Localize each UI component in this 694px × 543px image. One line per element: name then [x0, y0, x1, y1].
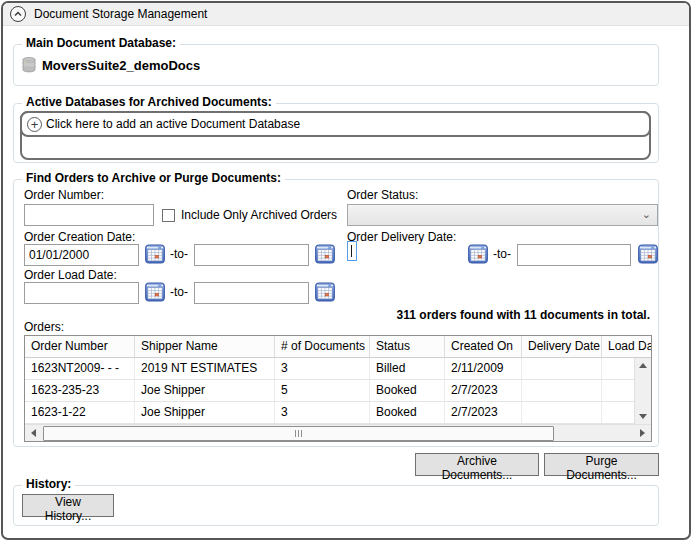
horizontal-scroll-track[interactable] — [42, 425, 634, 441]
active-databases-list: + Click here to add an active Document D… — [20, 111, 651, 160]
creation-date-label: Order Creation Date: — [24, 230, 135, 244]
chevron-down-icon: ⌄ — [642, 208, 651, 221]
archive-documents-button[interactable]: Archive Documents... — [415, 453, 539, 476]
creation-from-calendar-button[interactable] — [144, 244, 166, 266]
creation-date-to-input[interactable] — [194, 244, 309, 266]
order-number-label: Order Number: — [24, 188, 104, 202]
orders-label: Orders: — [24, 320, 64, 334]
table-cell — [602, 380, 634, 401]
table-cell: 1623NT2009- - - — [25, 358, 135, 379]
horizontal-scrollbar[interactable] — [25, 424, 651, 441]
column-header[interactable]: # of Documents — [275, 336, 370, 357]
table-cell: Joe Shipper — [135, 380, 275, 401]
table-cell: 3 — [275, 358, 370, 379]
delivery-to-calendar-button[interactable] — [637, 244, 659, 266]
orders-table-header: Order NumberShipper Name# of DocumentsSt… — [25, 336, 651, 358]
table-cell — [602, 402, 634, 423]
table-row[interactable]: 1623-1-22Joe Shipper3Booked2/7/2023 — [25, 402, 634, 424]
load-date-label: Order Load Date: — [24, 268, 117, 282]
column-header[interactable]: Load Date — [602, 336, 651, 357]
creation-date-from-input[interactable] — [24, 244, 139, 266]
table-cell: 3 — [275, 402, 370, 423]
calendar-icon — [315, 282, 335, 302]
table-cell — [522, 380, 602, 401]
table-cell: 2019 NT ESTIMATES — [135, 358, 275, 379]
table-cell: 1623-1-22 — [25, 402, 135, 423]
table-cell: Booked — [370, 402, 445, 423]
load-from-calendar-button[interactable] — [144, 282, 166, 304]
column-header[interactable]: Shipper Name — [135, 336, 275, 357]
table-cell — [602, 358, 634, 379]
arrow-up-icon — [639, 363, 647, 368]
horizontal-scroll-thumb[interactable] — [43, 426, 554, 441]
panel-title: Document Storage Management — [34, 7, 207, 21]
table-cell: Billed — [370, 358, 445, 379]
table-cell: 2/11/2009 — [445, 358, 522, 379]
history-group-label: History: — [22, 477, 75, 491]
order-status-dropdown[interactable]: ⌄ — [347, 204, 658, 226]
order-number-input[interactable] — [24, 204, 154, 226]
orders-table: Order NumberShipper Name# of DocumentsSt… — [24, 335, 652, 442]
find-orders-group: Find Orders to Archive or Purge Document… — [13, 179, 659, 447]
arrow-left-icon — [31, 429, 36, 437]
load-to-calendar-button[interactable] — [314, 282, 336, 304]
load-date-from-input[interactable] — [24, 282, 139, 304]
arrow-right-icon — [640, 429, 645, 437]
plus-icon: + — [27, 117, 42, 132]
arrow-down-icon — [639, 414, 647, 419]
document-storage-management-panel: Document Storage Management Main Documen… — [1, 1, 691, 540]
column-header[interactable]: Created On — [445, 336, 522, 357]
delivery-from-calendar-button[interactable] — [467, 244, 489, 266]
table-cell: Booked — [370, 380, 445, 401]
main-database-group: Main Document Database: MoversSuite2_dem… — [13, 44, 659, 86]
load-date-to-input[interactable] — [194, 282, 309, 304]
include-archived-label: Include Only Archived Orders — [181, 208, 337, 222]
calendar-icon — [145, 282, 165, 302]
to-separator: -to- — [170, 285, 188, 299]
table-cell: 2/7/2023 — [445, 380, 522, 401]
creation-to-calendar-button[interactable] — [314, 244, 336, 266]
orders-table-body: 1623NT2009- - -2019 NT ESTIMATES3Billed2… — [25, 358, 634, 424]
table-cell — [522, 358, 602, 379]
to-separator: -to- — [493, 247, 511, 261]
results-summary: 311 orders found with 11 documents in to… — [397, 308, 650, 322]
table-cell: 5 — [275, 380, 370, 401]
table-row[interactable]: 1623-235-23Joe Shipper5Booked2/7/2023 — [25, 380, 634, 402]
collapse-expander-button[interactable] — [10, 6, 26, 22]
calendar-icon — [468, 244, 488, 264]
table-cell: 2/7/2023 — [445, 402, 522, 423]
database-icon — [22, 57, 36, 73]
view-history-button[interactable]: View History... — [22, 494, 114, 517]
text-caret — [351, 245, 352, 257]
calendar-icon — [638, 244, 658, 264]
history-group: History: View History... — [13, 485, 659, 526]
delivery-date-from-input[interactable] — [347, 241, 357, 261]
table-row[interactable]: 1623NT2009- - -2019 NT ESTIMATES3Billed2… — [25, 358, 634, 380]
column-header[interactable]: Order Number — [25, 336, 135, 357]
scroll-down-button[interactable] — [635, 409, 651, 424]
purge-documents-button[interactable]: Purge Documents... — [544, 453, 659, 476]
table-cell: 1623-235-23 — [25, 380, 135, 401]
calendar-icon — [145, 244, 165, 264]
grip-icon — [295, 430, 303, 437]
active-databases-group: Active Databases for Archived Documents:… — [13, 103, 659, 163]
vertical-scrollbar[interactable] — [634, 358, 651, 424]
column-header[interactable]: Status — [370, 336, 445, 357]
delivery-date-label: Order Delivery Date: — [347, 230, 456, 244]
main-database-group-label: Main Document Database: — [22, 36, 180, 50]
active-databases-group-label: Active Databases for Archived Documents: — [22, 95, 276, 109]
table-cell — [522, 402, 602, 423]
main-database-item[interactable]: MoversSuite2_demoDocs — [22, 57, 200, 73]
scroll-up-button[interactable] — [635, 358, 651, 373]
add-database-button[interactable]: + Click here to add an active Document D… — [20, 111, 651, 137]
calendar-icon — [315, 244, 335, 264]
delivery-date-to-input[interactable] — [517, 244, 631, 266]
scroll-right-button[interactable] — [634, 425, 651, 441]
include-archived-checkbox[interactable] — [162, 209, 175, 222]
order-status-label: Order Status: — [347, 188, 418, 202]
scroll-left-button[interactable] — [25, 425, 42, 441]
add-database-label: Click here to add an active Document Dat… — [46, 117, 300, 131]
column-header[interactable]: Delivery Date — [522, 336, 602, 357]
to-separator: -to- — [170, 247, 188, 261]
panel-header: Document Storage Management — [3, 3, 689, 26]
